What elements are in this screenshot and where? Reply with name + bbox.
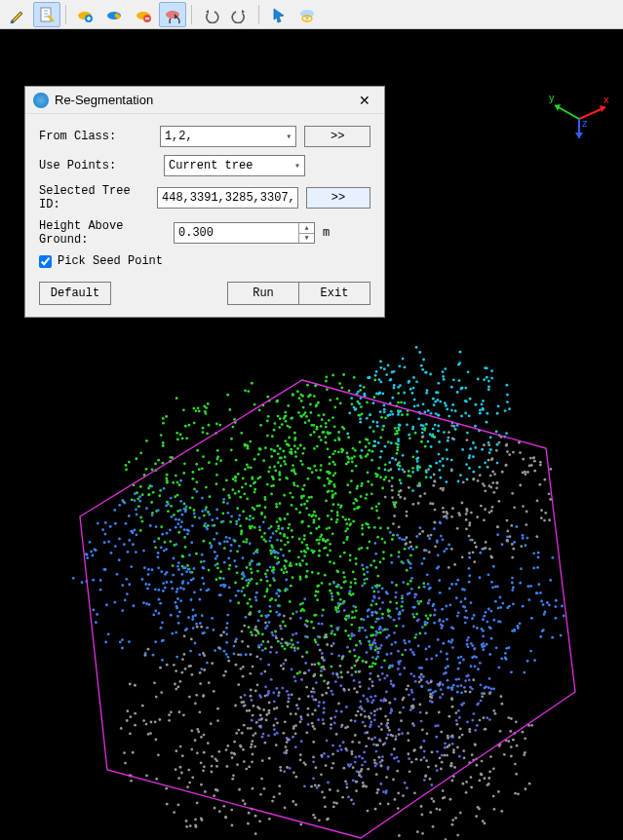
svg-point-2185 (419, 676, 422, 679)
spin-up-icon[interactable]: ▲ (298, 223, 314, 234)
svg-point-2607 (185, 825, 188, 828)
selected-tree-input[interactable] (157, 187, 298, 209)
svg-point-2478 (270, 646, 273, 649)
svg-point-2261 (289, 767, 292, 770)
svg-point-2761 (374, 808, 377, 811)
svg-point-1650 (552, 556, 555, 559)
spin-down-icon[interactable]: ▼ (298, 234, 314, 244)
svg-point-2684 (211, 771, 214, 774)
svg-point-2904 (415, 758, 418, 761)
svg-point-2448 (314, 699, 317, 702)
svg-point-2423 (129, 683, 132, 686)
svg-point-1195 (379, 361, 382, 363)
svg-point-2817 (408, 739, 410, 742)
from-class-expand-button[interactable]: >> (304, 126, 370, 147)
svg-point-1102 (437, 425, 440, 428)
svg-point-3017 (529, 457, 532, 460)
svg-point-2229 (409, 708, 412, 711)
svg-point-2527 (241, 640, 244, 643)
svg-point-2623 (282, 668, 285, 670)
svg-point-1640 (364, 629, 367, 631)
svg-point-2228 (401, 732, 404, 735)
cloud-edit-icon[interactable] (100, 2, 128, 27)
svg-point-2040 (312, 777, 315, 780)
selected-tree-expand-button[interactable]: >> (306, 187, 370, 209)
svg-point-1784 (448, 604, 451, 607)
svg-point-27 (258, 409, 261, 412)
svg-point-1739 (349, 590, 352, 592)
svg-point-379 (200, 560, 203, 563)
svg-point-1828 (482, 630, 485, 632)
svg-point-2019 (361, 627, 364, 630)
close-icon[interactable]: ✕ (353, 91, 376, 110)
from-class-combo[interactable]: 1,2, (160, 126, 296, 147)
svg-point-532 (343, 576, 346, 579)
redo-icon[interactable] (226, 2, 253, 27)
svg-point-2617 (242, 666, 245, 668)
svg-point-1457 (195, 490, 198, 493)
svg-point-1064 (468, 414, 471, 417)
page-sel-icon[interactable] (33, 2, 60, 27)
svg-point-119 (159, 489, 162, 492)
run-button[interactable]: Run (227, 282, 299, 305)
svg-point-382 (258, 476, 261, 478)
cloud-eye-icon[interactable] (293, 2, 321, 27)
svg-point-2930 (512, 451, 515, 454)
svg-point-2037 (326, 740, 329, 743)
svg-point-562 (401, 653, 404, 656)
svg-point-1356 (118, 538, 121, 541)
svg-point-1400 (186, 532, 189, 535)
svg-point-1103 (459, 474, 462, 477)
svg-point-2131 (331, 690, 333, 693)
dialog-titlebar[interactable]: Re-Segmentation ✕ (25, 87, 384, 114)
svg-point-928 (307, 396, 310, 399)
svg-point-2520 (361, 707, 364, 710)
svg-point-185 (320, 439, 323, 441)
pick-seed-checkbox[interactable] (39, 255, 52, 268)
pick-seed-label[interactable]: Pick Seed Point (58, 254, 163, 268)
svg-point-178 (147, 486, 150, 489)
use-points-combo[interactable]: Current tree (164, 155, 305, 176)
undo-icon[interactable] (197, 2, 224, 27)
svg-point-1955 (311, 695, 314, 698)
svg-point-697 (370, 626, 373, 629)
cloud-plus-icon[interactable] (71, 2, 98, 27)
svg-point-350 (231, 488, 234, 491)
svg-point-1289 (277, 604, 280, 607)
cloud-minus-icon[interactable] (130, 2, 157, 27)
svg-point-2045 (307, 723, 310, 726)
svg-point-1895 (442, 683, 445, 686)
height-spinner[interactable]: 0.300 ▲▼ (174, 222, 315, 244)
svg-point-960 (331, 494, 334, 497)
svg-point-3005 (528, 465, 531, 468)
svg-point-2202 (457, 678, 460, 681)
svg-point-1737 (381, 588, 384, 591)
svg-point-1273 (118, 558, 121, 561)
default-button[interactable]: Default (39, 282, 111, 305)
svg-point-2034 (275, 687, 278, 690)
svg-point-1576 (85, 553, 88, 555)
svg-point-95 (285, 420, 288, 423)
svg-point-2417 (225, 765, 228, 768)
svg-point-2419 (278, 784, 281, 787)
svg-point-2280 (275, 651, 278, 654)
svg-point-1671 (403, 667, 406, 669)
svg-point-2514 (173, 664, 175, 667)
svg-point-912 (277, 415, 280, 418)
svg-point-931 (359, 414, 362, 417)
svg-point-506 (269, 610, 272, 613)
svg-point-2430 (207, 742, 210, 745)
svg-point-3050 (423, 549, 426, 552)
pointer-icon[interactable] (264, 2, 292, 27)
pencil-icon[interactable] (4, 2, 31, 27)
svg-point-1007 (307, 467, 310, 470)
exit-button[interactable]: Exit (298, 282, 370, 305)
cloud-refresh-icon[interactable] (159, 2, 186, 27)
svg-point-1841 (529, 650, 532, 653)
svg-point-2331 (332, 762, 335, 765)
svg-point-1200 (371, 420, 374, 423)
svg-point-2338 (290, 712, 292, 715)
svg-point-1969 (262, 733, 265, 736)
svg-marker-3095 (575, 133, 583, 138)
svg-point-2231 (372, 595, 375, 598)
